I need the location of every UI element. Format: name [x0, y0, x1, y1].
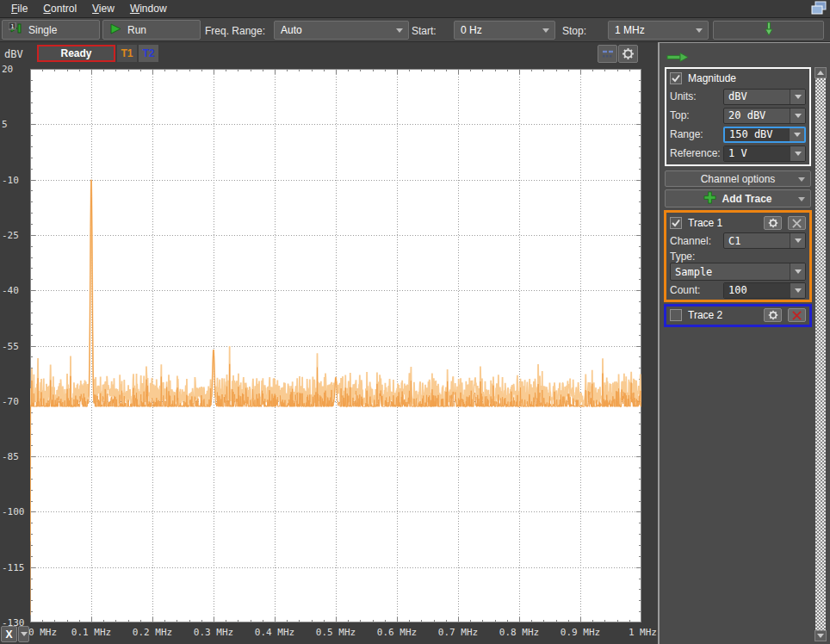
trace2-checkbox[interactable] — [670, 309, 682, 321]
menu-view-accel: V — [92, 3, 99, 15]
freq-range-select[interactable]: Auto — [274, 21, 409, 40]
trace1-checkbox[interactable] — [670, 217, 682, 229]
stop-label: Stop: — [562, 25, 586, 37]
add-trace-label: Add Trace — [722, 193, 771, 205]
run-button[interactable]: Run — [102, 20, 201, 40]
chevron-down-icon[interactable] — [790, 146, 805, 161]
trace1-close-icon-disabled — [788, 216, 806, 230]
chevron-down-icon[interactable] — [790, 283, 805, 298]
tab-trace1[interactable]: T1 — [117, 45, 137, 62]
trace1-group: Trace 1 Channel: C1 — [664, 210, 812, 302]
trace2-gear-icon[interactable] — [764, 308, 782, 322]
chevron-down-icon — [396, 28, 403, 33]
menu-file[interactable]: File — [3, 0, 35, 17]
count-label: Count: — [670, 284, 723, 296]
units-select[interactable]: dBV — [723, 89, 806, 105]
single-icon: 1 — [9, 22, 22, 37]
stop-value: 1 MHz — [615, 24, 645, 36]
plus-icon — [703, 191, 716, 207]
menu-view-rest: iew — [99, 3, 115, 15]
channel-options-button[interactable]: Channel options — [665, 170, 811, 187]
y-tick-label: -85 — [2, 451, 29, 462]
x-tick-label: 1 MHz — [629, 627, 657, 638]
y-tick-label: -55 — [2, 341, 29, 352]
channel-value: C1 — [724, 235, 790, 247]
settings-side-panel: Magnitude Units: dBV Top: 20 dBV Range: — [658, 42, 830, 644]
x-tick-label: 0.1 MHz — [71, 627, 111, 638]
menu-control[interactable]: Control — [35, 0, 84, 17]
units-value: dBV — [724, 90, 790, 102]
units-label: Units: — [670, 90, 723, 102]
chevron-down-icon — [790, 90, 805, 104]
y-tick-label: 20 — [2, 64, 29, 75]
count-combo — [723, 282, 806, 299]
top-value: 20 dBV — [724, 109, 790, 121]
x-axis-scale-button[interactable]: X — [1, 626, 17, 642]
magnitude-group: Magnitude Units: dBV Top: 20 dBV Range: — [665, 67, 811, 166]
magnitude-title: Magnitude — [688, 72, 736, 84]
top-label: Top: — [670, 109, 723, 121]
trace2-title: Trace 2 — [688, 309, 722, 321]
menu-view[interactable]: View — [84, 0, 122, 17]
menu-control-rest: ontrol — [51, 3, 77, 15]
run-button-label: Run — [127, 24, 146, 36]
add-trace-button[interactable]: Add Trace — [665, 189, 811, 207]
start-select[interactable]: 0 Hz — [454, 21, 555, 40]
windows-icon[interactable] — [810, 1, 827, 16]
stop-select[interactable]: 1 MHz — [608, 21, 709, 40]
type-value: Sample — [671, 266, 790, 278]
x-tick-label: 0.7 MHz — [438, 627, 478, 638]
range-combo — [723, 127, 806, 143]
panel-scrollbar[interactable] — [815, 67, 827, 641]
y-axis-unit-label: dBV — [4, 48, 23, 60]
spectrum-analyzer-window: File Control View Window 1 Single — [0, 0, 830, 644]
scrollbar-track[interactable] — [815, 78, 826, 630]
menu-window[interactable]: Window — [122, 0, 175, 17]
freq-range-label: Freq. Range: — [205, 25, 265, 37]
channel-options-label: Channel options — [701, 173, 776, 185]
channel-label: Channel: — [670, 235, 723, 247]
chevron-down-icon — [790, 263, 805, 280]
chevron-down-icon — [790, 108, 805, 123]
top-combo[interactable]: 20 dBV — [723, 108, 806, 124]
menu-bar: File Control View Window — [0, 0, 830, 18]
spectrum-plot[interactable] — [30, 69, 641, 622]
y-tick-label: -70 — [2, 396, 29, 407]
trace1-gear-icon[interactable] — [764, 216, 782, 230]
chevron-down-icon — [696, 28, 703, 33]
chevron-down-icon[interactable] — [789, 128, 804, 141]
collapse-panel-arrow-icon[interactable] — [666, 50, 689, 65]
x-tick-label: 0.5 MHz — [316, 627, 356, 638]
scrollbar-down-icon[interactable] — [815, 630, 827, 641]
menu-control-accel: C — [43, 3, 51, 15]
chevron-down-icon — [542, 28, 549, 33]
count-input[interactable] — [724, 283, 790, 298]
reference-combo — [723, 146, 806, 162]
plot-settings-gear-icon[interactable] — [618, 45, 638, 63]
menu-window-accel: W — [130, 3, 139, 15]
magnitude-checkbox[interactable] — [670, 72, 682, 84]
start-label: Start: — [412, 25, 437, 37]
acquisition-progress-indicator[interactable] — [713, 21, 824, 40]
tab-trace2[interactable]: T2 — [139, 45, 158, 62]
channel-select[interactable]: C1 — [723, 232, 806, 249]
chevron-down-icon — [21, 632, 28, 636]
reference-input[interactable] — [724, 146, 790, 161]
x-tick-label: 0 MHz — [28, 627, 57, 638]
svg-text:1: 1 — [10, 23, 14, 30]
x-axis-scale-dropdown[interactable] — [18, 626, 29, 642]
y-tick-label: -10 — [2, 175, 29, 186]
y-tick-label: -100 — [2, 506, 29, 517]
y-tick-label: -25 — [2, 230, 29, 241]
type-select[interactable]: Sample — [670, 263, 806, 281]
chevron-down-icon — [790, 233, 805, 248]
range-input[interactable] — [725, 128, 789, 141]
dock-panes-icon[interactable] — [598, 45, 617, 63]
trace2-close-icon[interactable] — [788, 308, 806, 322]
single-button[interactable]: 1 Single — [2, 20, 100, 40]
x-tick-label: 0.3 MHz — [194, 627, 233, 638]
toolbar: 1 Single Run Freq. Range: Auto Start: 0 … — [0, 18, 830, 42]
scrollbar-up-icon[interactable] — [815, 67, 827, 78]
y-tick-label: -40 — [2, 285, 29, 296]
trace2-group: Trace 2 — [664, 304, 812, 327]
